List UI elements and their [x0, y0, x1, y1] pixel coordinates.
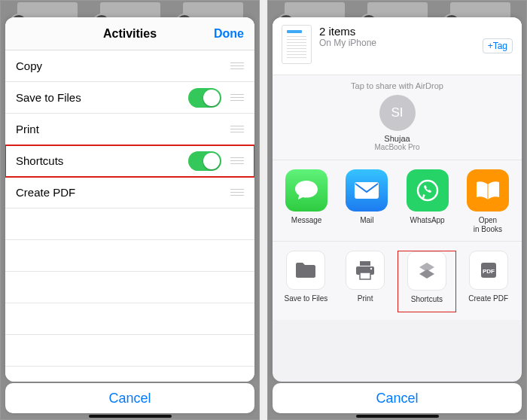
- row-label: Copy: [16, 59, 42, 72]
- action-label: Print: [358, 294, 373, 311]
- items-location: On My iPhone: [319, 38, 475, 48]
- reorder-grip-icon[interactable]: [230, 126, 244, 133]
- app-mail[interactable]: Mail: [339, 169, 394, 233]
- airdrop-contact[interactable]: SI Shujaa MacBook Pro: [358, 95, 437, 151]
- tag-button[interactable]: +Tag: [483, 38, 513, 53]
- sheet-header: Activities Done: [5, 17, 254, 50]
- airdrop-section: Tap to share with AirDrop SI Shujaa MacB…: [273, 75, 522, 160]
- phone-right: 2 items On My iPhone +Tag Tap to share w…: [267, 0, 527, 420]
- home-indicator: [89, 415, 172, 418]
- contact-name: Shujaa: [358, 134, 437, 143]
- mail-icon: [346, 169, 388, 212]
- phone-left: Activities Done Copy Save to Files Print…: [0, 0, 260, 420]
- apps-row: Message Mail WhatsApp Open in Books: [273, 160, 522, 242]
- row-label: Save to Files: [16, 91, 81, 104]
- row-copy[interactable]: Copy: [5, 50, 254, 82]
- books-icon: [467, 169, 509, 212]
- action-label: Shortcuts: [411, 295, 443, 312]
- home-indicator: [356, 415, 439, 418]
- row-label: Shortcuts: [16, 154, 63, 167]
- whatsapp-icon: [407, 169, 449, 212]
- app-books[interactable]: Open in Books: [460, 169, 516, 233]
- print-icon: [346, 251, 385, 290]
- action-label: Create PDF: [468, 294, 508, 311]
- action-shortcuts[interactable]: Shortcuts: [398, 251, 457, 312]
- toggle-switch[interactable]: [188, 88, 221, 108]
- activities-sheet: Activities Done Copy Save to Files Print…: [5, 17, 254, 382]
- cancel-button[interactable]: Cancel: [273, 383, 522, 413]
- app-label: Open in Books: [474, 216, 502, 233]
- action-label: Save to Files: [284, 294, 327, 311]
- app-whatsapp[interactable]: WhatsApp: [400, 169, 455, 233]
- sheet-title: Activities: [103, 27, 157, 41]
- svg-rect-0: [355, 182, 379, 199]
- share-sheet: 2 items On My iPhone +Tag Tap to share w…: [273, 17, 522, 382]
- svg-rect-3: [360, 261, 370, 266]
- shortcuts-icon: [407, 251, 446, 291]
- action-print[interactable]: Print: [338, 251, 393, 312]
- app-label: Mail: [360, 216, 373, 233]
- toggle-switch[interactable]: [188, 151, 221, 171]
- reorder-grip-icon[interactable]: [230, 94, 244, 102]
- folder-icon: [286, 251, 325, 290]
- svg-point-6: [370, 268, 372, 269]
- action-save-to-files[interactable]: Save to Files: [279, 251, 334, 312]
- cancel-button[interactable]: Cancel: [5, 383, 254, 413]
- activity-list: Copy Save to Files Print Shortcuts: [5, 50, 254, 382]
- done-button[interactable]: Done: [214, 27, 244, 41]
- app-label: WhatsApp: [410, 216, 445, 233]
- svg-text:PDF: PDF: [483, 268, 495, 275]
- svg-rect-5: [360, 272, 370, 279]
- row-create-pdf[interactable]: Create PDF: [5, 177, 254, 208]
- row-label: Print: [16, 123, 39, 135]
- reorder-grip-icon[interactable]: [230, 157, 244, 165]
- cancel-label: Cancel: [108, 391, 151, 406]
- app-message[interactable]: Message: [279, 169, 334, 233]
- row-label: Create PDF: [16, 186, 75, 199]
- cancel-label: Cancel: [376, 391, 418, 406]
- action-create-pdf[interactable]: PDF Create PDF: [461, 251, 516, 312]
- avatar: SI: [379, 95, 416, 131]
- row-save-to-files[interactable]: Save to Files: [5, 82, 254, 114]
- reorder-grip-icon[interactable]: [230, 189, 244, 196]
- app-label: Message: [291, 216, 322, 233]
- contact-device: MacBook Pro: [358, 143, 437, 151]
- reorder-grip-icon[interactable]: [230, 62, 244, 70]
- pdf-icon: PDF: [469, 251, 508, 290]
- items-count: 2 items: [319, 25, 475, 38]
- document-thumbnail-icon: [282, 25, 312, 64]
- message-icon: [285, 169, 327, 212]
- airdrop-hint: Tap to share with AirDrop: [273, 81, 522, 90]
- row-print[interactable]: Print: [5, 114, 254, 145]
- row-shortcuts[interactable]: Shortcuts: [5, 145, 254, 177]
- actions-row: Save to Files Print Shortcuts PDF Create…: [273, 242, 522, 320]
- share-header: 2 items On My iPhone +Tag: [273, 17, 522, 75]
